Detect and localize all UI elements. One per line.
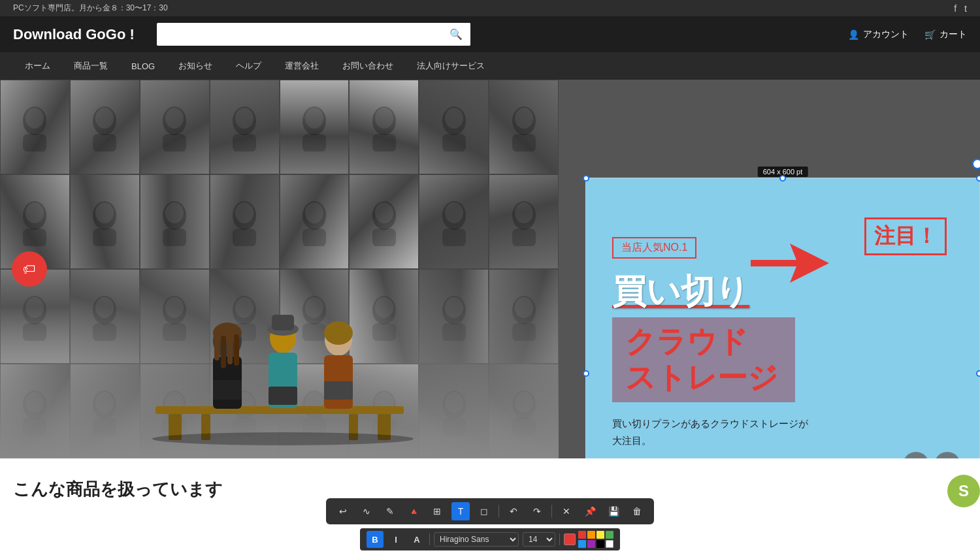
nav-home[interactable]: ホーム (13, 52, 62, 80)
toolbar-pen-button[interactable]: ✎ (381, 502, 399, 520)
slider-next-button[interactable]: › (934, 452, 960, 458)
search-button[interactable]: 🔍 (442, 23, 470, 46)
svg-point-123 (152, 432, 414, 445)
resize-handle-tr[interactable] (976, 175, 980, 182)
svg-rect-38 (302, 229, 326, 246)
color-palette (578, 531, 613, 548)
slider-panel[interactable]: 604 x 600 pt 注目！ 当店人気NO.1 買い切り クラウド ストレー… (585, 178, 980, 458)
account-link[interactable]: 👤 アカウント (848, 29, 909, 40)
toolbar-text-button[interactable]: T (451, 502, 470, 520)
italic-button[interactable]: I (387, 531, 404, 548)
face-cell (0, 80, 70, 174)
color-swatch-main[interactable] (564, 533, 576, 545)
popular-badge: 当店人気NO.1 (612, 237, 696, 259)
svg-point-28 (95, 202, 114, 223)
face-cell (489, 174, 559, 269)
svg-rect-118 (272, 315, 294, 330)
bold-button[interactable]: B (367, 531, 384, 548)
palette-blue[interactable] (578, 540, 586, 548)
palette-red[interactable] (578, 531, 586, 539)
size-button[interactable]: A (408, 531, 425, 548)
slider-description: 買い切りプランがあるクラウドストレージが 大注目。 (612, 415, 953, 449)
format-bar: B I A Hiragino Sans Meiryo Arial 14 12 1… (360, 528, 620, 550)
people-bench-svg (116, 276, 443, 445)
svg-rect-121 (324, 381, 353, 400)
account-label: アカウント (863, 29, 909, 40)
svg-point-46 (515, 202, 533, 223)
svg-rect-2 (23, 134, 46, 151)
face-cell (349, 80, 419, 174)
description-line1: 買い切りプランがあるクラウドストレージが (612, 418, 808, 429)
top-bar: PCソフト専門店。月から金８：30〜17：30 f t (0, 0, 980, 16)
svg-rect-35 (233, 229, 256, 246)
resize-handle-mr[interactable] (976, 370, 980, 377)
size-select[interactable]: 14 12 16 18 24 32 48 (523, 532, 555, 547)
face-cell (210, 174, 280, 269)
bench-scene (0, 263, 559, 458)
toolbar-wrap-button[interactable]: ↩ (334, 502, 352, 520)
svg-rect-17 (372, 134, 396, 151)
account-icon: 👤 (848, 29, 859, 40)
palette-orange[interactable] (587, 531, 595, 539)
face-cell (489, 80, 559, 174)
toolbar-close-button[interactable]: ✕ (557, 502, 576, 520)
toolbar-fill-button[interactable]: 🔺 (404, 502, 423, 520)
svg-point-25 (25, 202, 44, 223)
nav-corporate[interactable]: 法人向けサービス (405, 52, 497, 80)
toolbar-erase-button[interactable]: ◻ (475, 502, 493, 520)
site-title: Download GoGo ! (13, 26, 144, 43)
face-cell (210, 80, 280, 174)
search-bar: 🔍 (157, 23, 470, 46)
attention-label: 注目！ (864, 217, 947, 255)
svg-rect-44 (442, 229, 466, 246)
facebook-icon[interactable]: f (954, 3, 956, 14)
nav-news[interactable]: お知らせ (167, 52, 224, 80)
svg-rect-14 (302, 134, 326, 151)
twitter-icon[interactable]: t (964, 3, 967, 14)
svg-point-16 (375, 108, 393, 129)
svg-point-122 (324, 321, 353, 345)
nav-help[interactable]: ヘルプ (224, 52, 273, 80)
palette-white[interactable] (606, 540, 613, 548)
toolbar-layout-button[interactable]: ⊞ (428, 502, 446, 520)
cart-icon: 🛒 (924, 29, 936, 40)
cart-label: カート (939, 29, 967, 40)
palette-black[interactable] (596, 540, 604, 548)
palette-yellow[interactable] (596, 531, 604, 539)
font-select[interactable]: Hiragino Sans Meiryo Arial (434, 532, 519, 547)
toolbar-delete-button[interactable]: 🗑 (628, 502, 646, 520)
face-cell (349, 174, 419, 269)
rotate-handle[interactable] (972, 159, 980, 169)
cart-link[interactable]: 🛒 カート (924, 29, 967, 40)
nav-company[interactable]: 運営会社 (273, 52, 331, 80)
svg-rect-29 (93, 229, 116, 246)
toolbar-undo-button[interactable]: ↶ (504, 502, 523, 520)
palette-green[interactable] (606, 531, 613, 539)
palette-purple[interactable] (587, 540, 595, 548)
svg-rect-113 (234, 334, 239, 366)
slider-prev-button[interactable]: ‹ (903, 452, 929, 458)
nav-products[interactable]: 商品一覧 (62, 52, 120, 80)
slider-nav: ‹ › (903, 452, 960, 458)
announcement-text: PCソフト専門店。月から金８：30〜17：30 (13, 3, 168, 14)
nav-contact[interactable]: お問い合わせ (331, 52, 405, 80)
search-input[interactable] (157, 24, 442, 45)
sub-title-box: クラウド ストレージ (612, 317, 795, 402)
toolbar-save-button[interactable]: 💾 (604, 502, 623, 520)
svg-point-43 (445, 202, 463, 223)
nav-blog[interactable]: BLOG (120, 54, 167, 79)
resize-handle-ml[interactable] (583, 370, 589, 377)
editor-toolbar: ↩ ∿ ✎ 🔺 ⊞ T ◻ ↶ ↷ ✕ 📌 💾 🗑 (326, 498, 654, 524)
toolbar-redo-button[interactable]: ↷ (528, 502, 546, 520)
hero-section: 🏷 604 x 600 pt 注目！ 当店人気NO.1 買い切り クラウド スト (0, 80, 980, 458)
svg-rect-23 (512, 134, 536, 151)
toolbar-pin-button[interactable]: 📌 (581, 502, 599, 520)
svg-rect-112 (227, 335, 233, 364)
sale-badge: 🏷 (12, 251, 47, 287)
resize-handle-tm[interactable] (779, 175, 786, 182)
resize-handle-tl[interactable] (583, 175, 589, 182)
svg-point-40 (375, 202, 393, 223)
red-arrow-icon (751, 244, 829, 283)
toolbar-curve-button[interactable]: ∿ (357, 502, 376, 520)
face-cell (140, 80, 210, 174)
